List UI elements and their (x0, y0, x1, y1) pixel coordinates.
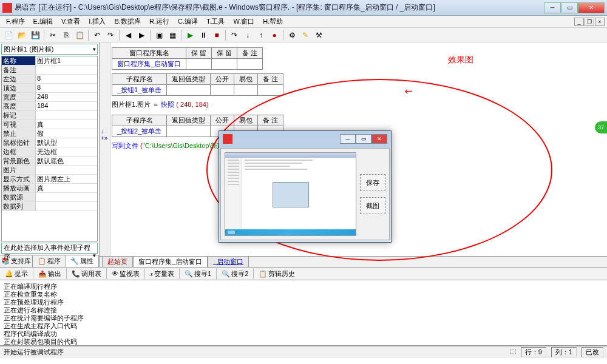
prop-key[interactable]: 左边 (2, 75, 36, 83)
prop-key[interactable]: 可视 (2, 120, 36, 129)
tool-copy-icon[interactable]: ⎘ (60, 29, 72, 41)
prop-value[interactable]: 真 (36, 184, 97, 192)
tab-start-page[interactable]: 起始页 (102, 256, 133, 267)
tool-grid-icon[interactable]: ▦ (166, 29, 178, 41)
prop-value[interactable]: 无边框 (36, 147, 97, 156)
prop-key[interactable]: 图片 (2, 166, 36, 174)
mdi-min-icon[interactable]: _ (574, 18, 584, 26)
tool-cut-icon[interactable]: ✂ (47, 29, 59, 41)
tool-highlight-icon[interactable]: ✎ (299, 29, 311, 41)
menu-compile[interactable]: C.编译 (174, 16, 202, 27)
ot-watch[interactable]: 👁 监视表 (109, 268, 142, 280)
tool-undo-icon[interactable]: ↶ (91, 29, 103, 41)
menu-database[interactable]: B.数据库 (110, 16, 144, 27)
dlg-max-icon[interactable]: ▭ (356, 134, 371, 144)
maximize-button[interactable]: ▭ (561, 2, 578, 13)
prop-key[interactable]: 名称 (2, 56, 36, 65)
prop-value[interactable] (36, 166, 97, 174)
tool-paste-icon[interactable]: 📋 (73, 29, 86, 41)
tool-run-icon[interactable]: ▶ (184, 29, 196, 41)
prop-value[interactable] (36, 111, 97, 120)
prop-key[interactable]: 禁止 (2, 129, 36, 138)
ot-clip[interactable]: 📋 剪辑历史 (256, 268, 297, 280)
property-grid[interactable]: 名称图片框1备注左边8顶边8宽度248高度184标记可视真禁止假鼠标指针默认型边… (1, 56, 98, 241)
output-panel[interactable]: 正在编译现行程序正在检查重复名称正在预处理现行程序正在进行名称连接正在统计需要编… (0, 280, 607, 346)
prop-value[interactable] (36, 202, 97, 211)
gutter-mark: ↓ +» (101, 128, 110, 141)
tool-step-into-icon[interactable]: ↓ (242, 29, 254, 41)
mdi-close-icon[interactable]: × (595, 18, 605, 26)
tool-nav-back-icon[interactable]: ◀ (122, 29, 134, 41)
tool-compile-icon[interactable]: ⚙ (286, 29, 298, 41)
prop-value[interactable]: 图片居左上 (36, 175, 97, 183)
prop-value[interactable] (36, 66, 97, 74)
prop-key[interactable]: 宽度 (2, 93, 36, 101)
object-selector[interactable]: 图片框1 (图片框) (1, 44, 98, 55)
dlg-min-icon[interactable]: ─ (340, 134, 356, 144)
tab-window[interactable]: _启动窗口 (208, 256, 249, 267)
prop-key[interactable]: 边框 (2, 147, 36, 156)
prop-value[interactable]: 真 (36, 120, 97, 129)
event-selector[interactable]: 在此处选择加入事件处理子程序 (1, 243, 98, 254)
prop-value[interactable]: 默认型 (36, 138, 97, 147)
prop-value[interactable]: 默认底色 (36, 157, 97, 165)
prop-value[interactable]: 假 (36, 129, 97, 138)
dlg-close-icon[interactable]: ✕ (371, 134, 387, 144)
prop-key[interactable]: 数据源 (2, 193, 36, 201)
prop-key[interactable]: 标记 (2, 111, 36, 120)
title-bar: 易语言 [正在运行] - C:\Users\Gis\Desktop\e程序\保存… (0, 0, 607, 16)
tool-new-icon[interactable]: 📄 (2, 29, 15, 41)
tab-program[interactable]: 📋 程序 (33, 255, 66, 267)
tool-breakpoint-icon[interactable]: ● (268, 29, 280, 41)
float-badge[interactable]: 37 (595, 121, 607, 133)
menu-insert[interactable]: I.插入 (85, 16, 109, 27)
prop-key[interactable]: 备注 (2, 66, 36, 74)
ot-find2[interactable]: 🔍 搜寻2 (219, 268, 251, 280)
save-button[interactable]: 保存 (360, 174, 385, 191)
menu-program[interactable]: F.程序 (2, 16, 29, 27)
minimize-button[interactable]: ─ (544, 2, 561, 13)
close-button[interactable]: ✕ (578, 2, 605, 13)
tool-win-icon[interactable]: ▣ (153, 29, 165, 41)
tool-step-out-icon[interactable]: ↑ (255, 29, 267, 41)
output-toolbar: 🔔 提示 📤 输出 📞 调用表 👁 监视表 𝑥 变量表 🔍 搜寻1 🔍 搜寻2 … (0, 267, 607, 280)
prop-key[interactable]: 高度 (2, 102, 36, 110)
prop-value[interactable]: 248 (36, 93, 97, 101)
prop-key[interactable]: 显示方式 (2, 175, 36, 183)
menu-tools[interactable]: T.工具 (203, 16, 229, 27)
tool-open-icon[interactable]: 📂 (16, 29, 28, 41)
preview-dialog[interactable]: ─ ▭ ✕ 保存 截图 (219, 130, 392, 243)
tool-step-over-icon[interactable]: ↷ (228, 29, 240, 41)
tool-save-icon[interactable]: 💾 (29, 29, 41, 41)
prop-value[interactable] (36, 193, 97, 201)
prop-key[interactable]: 顶边 (2, 84, 36, 92)
prop-key[interactable]: 数据列 (2, 202, 36, 211)
screenshot-button[interactable]: 截图 (360, 197, 385, 214)
ot-tip[interactable]: 🔔 提示 (2, 268, 30, 280)
tool-stop-icon[interactable]: ■ (211, 29, 223, 41)
tool-redo-icon[interactable]: ↷ (104, 29, 117, 41)
ot-output[interactable]: 📤 输出 (36, 268, 64, 280)
ot-find1[interactable]: 🔍 搜寻1 (182, 268, 214, 280)
prop-value[interactable]: 8 (36, 84, 97, 92)
prop-value[interactable]: 图片框1 (36, 56, 97, 65)
dialog-titlebar[interactable]: ─ ▭ ✕ (219, 131, 391, 147)
tool-pause-icon[interactable]: ⏸ (197, 29, 209, 41)
prop-key[interactable]: 鼠标指针 (2, 138, 36, 147)
output-line: 正在进行名称连接 (4, 306, 603, 314)
menu-run[interactable]: R.运行 (146, 16, 173, 27)
menu-view[interactable]: V.查看 (58, 16, 84, 27)
ot-vars[interactable]: 𝑥 变量表 (148, 268, 177, 280)
prop-value[interactable]: 184 (36, 102, 97, 110)
prop-key[interactable]: 播放动画 (2, 184, 36, 192)
tool-nav-fwd-icon[interactable]: ▶ (135, 29, 148, 41)
prop-key[interactable]: 背景颜色 (2, 157, 36, 165)
tool-misc-icon[interactable]: ⚒ (313, 29, 325, 41)
mdi-restore-icon[interactable]: ❐ (585, 18, 594, 26)
tab-assembly[interactable]: 窗口程序集_启动窗口 (133, 256, 208, 267)
menu-window[interactable]: W.窗口 (229, 16, 258, 27)
menu-edit[interactable]: E.编辑 (30, 16, 56, 27)
menu-help[interactable]: H.帮助 (259, 16, 287, 27)
ot-callstack[interactable]: 📞 调用表 (69, 268, 104, 280)
prop-value[interactable]: 8 (36, 75, 97, 83)
